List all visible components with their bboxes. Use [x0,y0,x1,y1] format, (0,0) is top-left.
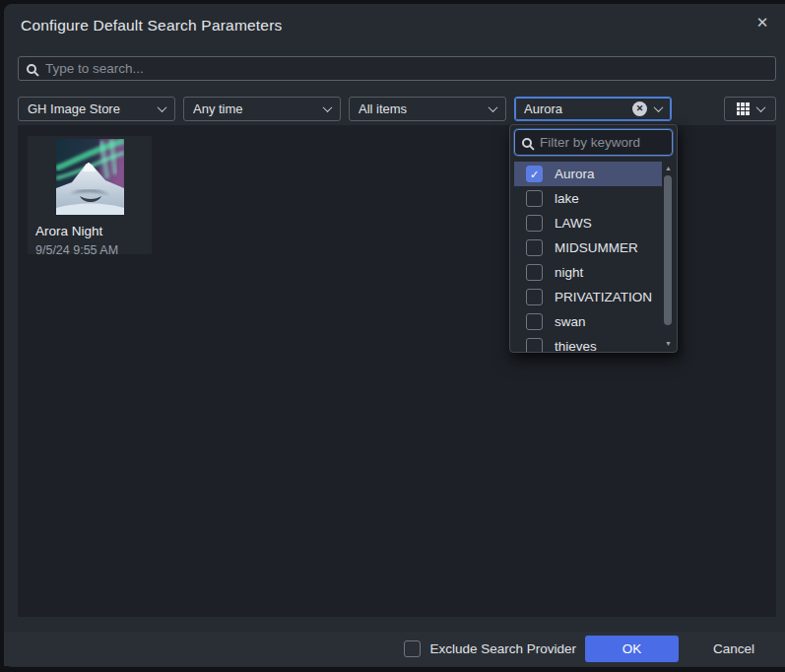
view-mode-button[interactable] [724,97,776,121]
keyword-option-thieves[interactable]: thieves [514,334,662,352]
item-type-dropdown-value: All items [359,101,482,116]
option-label: thieves [555,339,597,352]
configure-search-dialog: Configure Default Search Parameters ✕ GH… [4,4,785,667]
checkbox-icon[interactable] [526,313,543,330]
dialog-title: Configure Default Search Parameters [21,17,282,34]
time-dropdown-value: Any time [193,101,316,116]
keyword-option-midsummer[interactable]: MIDSUMMER [514,235,662,260]
option-label: Aurora [555,167,595,181]
search-input[interactable] [45,61,767,76]
scrollbar-thumb[interactable] [664,175,672,325]
exclude-checkbox[interactable] [404,640,421,657]
search-icon [27,64,36,74]
option-label: swan [555,314,586,329]
keyword-option-lake[interactable]: lake [514,186,662,211]
checkbox-icon[interactable] [526,338,543,352]
dialog-footer: Exclude Search Provider OK Cancel [4,632,785,666]
exclude-provider-control[interactable]: Exclude Search Provider [404,640,576,657]
search-bar [18,56,776,81]
keyword-option-laws[interactable]: LAWS [514,211,662,235]
keyword-filter-input[interactable] [540,135,665,150]
source-dropdown-value: GH Image Store [28,101,151,116]
grid-view-icon [737,102,750,115]
keyword-dropdown-value: Aurora [524,101,624,116]
chevron-down-icon [489,102,498,112]
checkbox-icon[interactable] [526,239,543,256]
checkbox-icon[interactable] [526,215,543,232]
scroll-down-icon[interactable]: ▼ [662,339,675,349]
checkbox-icon[interactable] [526,289,543,305]
source-dropdown[interactable]: GH Image Store [18,97,175,121]
time-dropdown[interactable]: Any time [183,97,341,121]
keyword-option-night[interactable]: night [514,260,662,285]
aurora-thumbnail [56,139,124,215]
checkbox-icon[interactable] [526,264,543,281]
option-label: night [555,265,583,280]
option-label: PRIVATIZATION [555,290,652,304]
checkbox-icon[interactable] [526,190,543,207]
cancel-button[interactable]: Cancel [713,641,754,656]
option-label: LAWS [555,216,592,231]
chevron-down-icon [755,102,765,112]
checkbox-checked-icon[interactable]: ✓ [526,166,543,182]
chevron-down-icon [323,102,333,112]
result-timestamp: 9/5/24 9:55 AM [28,238,152,257]
chevron-down-icon [158,102,167,112]
option-label: MIDSUMMER [555,240,638,255]
filter-row: GH Image Store Any time All items Aurora… [18,97,776,121]
keyword-dropdown-panel: ✓ Aurora lake LAWS MIDSUMMER night PR [509,124,678,353]
dropdown-scrollbar[interactable]: ▲ ▼ [662,164,675,349]
ok-button[interactable]: OK [585,636,679,662]
keyword-option-list: ✓ Aurora lake LAWS MIDSUMMER night PR [510,162,677,352]
exclude-label: Exclude Search Provider [429,641,576,656]
option-label: lake [555,191,579,206]
keyword-dropdown[interactable]: Aurora ✕ [514,97,672,121]
keyword-filter-bar [514,129,673,156]
scroll-up-icon[interactable]: ▲ [662,164,675,173]
keyword-option-aurora[interactable]: ✓ Aurora [514,162,662,186]
search-icon [522,138,532,148]
keyword-option-swan[interactable]: swan [514,309,662,334]
close-icon[interactable]: ✕ [750,10,775,35]
result-title: Arora Night [28,215,152,238]
keyword-option-privatization[interactable]: PRIVATIZATION [514,285,662,309]
result-tile[interactable]: Arora Night 9/5/24 9:55 AM [28,136,152,254]
clear-keyword-icon[interactable]: ✕ [632,101,647,116]
item-type-dropdown[interactable]: All items [349,97,506,121]
chevron-down-icon [654,102,664,112]
